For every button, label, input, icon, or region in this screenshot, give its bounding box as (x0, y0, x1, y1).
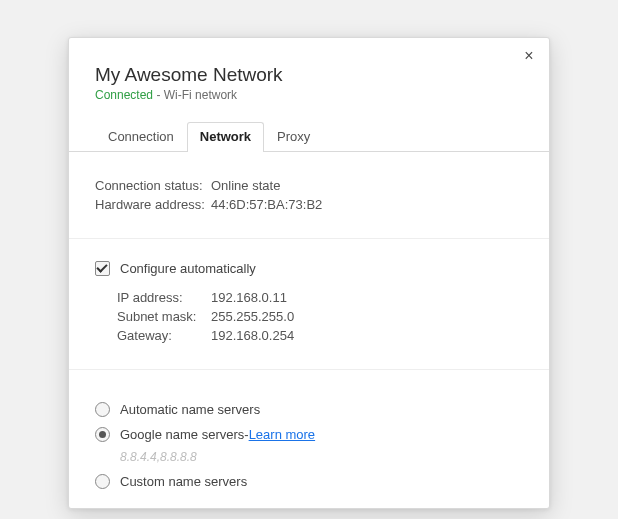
tab-bar: Connection Network Proxy (69, 102, 549, 152)
network-name: My Awesome Network (95, 64, 523, 86)
configure-automatically-checkbox[interactable] (95, 261, 110, 276)
table-row: Hardware address: 44:6D:57:BA:73:B2 (95, 197, 523, 212)
hardware-address-label: Hardware address: (95, 197, 211, 212)
hardware-address-value: 44:6D:57:BA:73:B2 (211, 197, 322, 212)
ip-address-label: IP address: (117, 290, 211, 305)
gateway-label: Gateway: (117, 328, 211, 343)
ns-custom-row[interactable]: Custom name servers (95, 474, 523, 489)
connection-status-value: Online state (211, 178, 280, 193)
connection-status-word: Connected (95, 88, 153, 102)
ns-google-row[interactable]: Google name servers - Learn more (95, 427, 523, 442)
tab-network[interactable]: Network (187, 122, 264, 152)
table-row: Connection status: Online state (95, 178, 523, 193)
table-row: Gateway: 192.168.0.254 (117, 328, 523, 343)
ip-address-value: 192.168.0.11 (211, 290, 287, 305)
ns-automatic-row[interactable]: Automatic name servers (95, 402, 523, 417)
subtitle-separator: - (153, 88, 164, 102)
tab-connection[interactable]: Connection (95, 122, 187, 152)
learn-more-link[interactable]: Learn more (249, 427, 315, 442)
network-type: Wi-Fi network (164, 88, 237, 102)
close-icon[interactable]: × (519, 46, 539, 66)
connection-status-label: Connection status: (95, 178, 211, 193)
ip-config-section: Configure automatically IP address: 192.… (69, 239, 549, 370)
network-subtitle: Connected - Wi-Fi network (95, 88, 523, 102)
subnet-mask-label: Subnet mask: (117, 309, 211, 324)
ip-details: IP address: 192.168.0.11 Subnet mask: 25… (95, 290, 523, 343)
table-row: Subnet mask: 255.255.255.0 (117, 309, 523, 324)
tab-proxy[interactable]: Proxy (264, 122, 323, 152)
ns-google-radio[interactable] (95, 427, 110, 442)
subnet-mask-value: 255.255.255.0 (211, 309, 294, 324)
ns-automatic-radio[interactable] (95, 402, 110, 417)
gateway-value: 192.168.0.254 (211, 328, 294, 343)
dialog-header: My Awesome Network Connected - Wi-Fi net… (69, 38, 549, 102)
configure-automatically-row[interactable]: Configure automatically (95, 261, 523, 276)
network-panel: Connection status: Online state Hardware… (69, 152, 549, 509)
status-section: Connection status: Online state Hardware… (69, 152, 549, 239)
configure-automatically-label: Configure automatically (120, 261, 256, 276)
ns-automatic-label: Automatic name servers (120, 402, 260, 417)
network-settings-dialog: × My Awesome Network Connected - Wi-Fi n… (68, 37, 550, 509)
ns-custom-label: Custom name servers (120, 474, 247, 489)
table-row: IP address: 192.168.0.11 (117, 290, 523, 305)
name-servers-section: Automatic name servers Google name serve… (69, 370, 549, 509)
ns-google-label: Google name servers (120, 427, 244, 442)
ns-custom-radio[interactable] (95, 474, 110, 489)
ns-google-values: 8.8.4.4,8.8.8.8 (120, 450, 523, 464)
